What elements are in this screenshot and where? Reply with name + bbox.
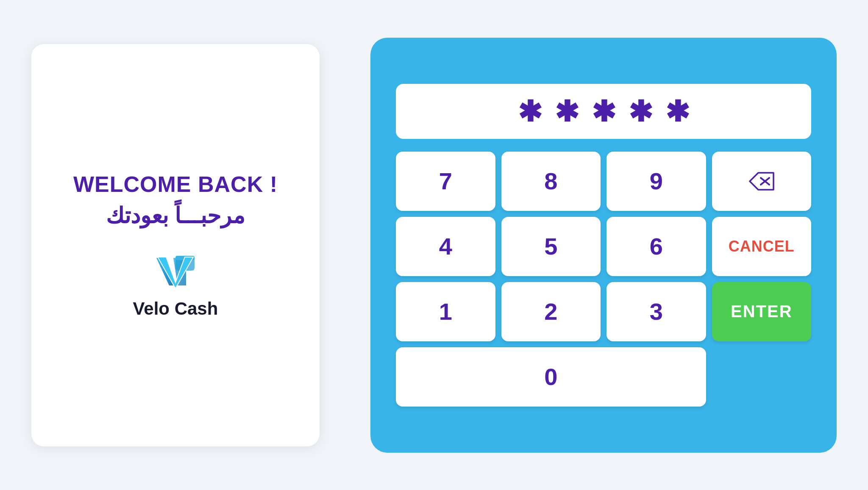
welcome-text-arabic: مرحبـــاً بعودتك [106,203,245,228]
cancel-button[interactable]: CANCEL [712,217,812,276]
pin-dot-2: ✱ [555,97,579,126]
welcome-text-english: WELCOME BACK ! [73,172,278,197]
velo-cash-logo-icon [154,254,197,292]
key-8[interactable]: 8 [501,152,601,211]
key-2[interactable]: 2 [501,282,601,341]
pin-dot-3: ✱ [592,97,616,126]
key-4[interactable]: 4 [396,217,495,276]
pin-dot-1: ✱ [518,97,542,126]
key-5[interactable]: 5 [501,217,601,276]
pin-dot-4: ✱ [629,97,653,126]
key-0[interactable]: 0 [396,347,706,407]
backspace-button[interactable] [712,152,812,211]
pin-dot-5: ✱ [665,97,690,126]
key-1[interactable]: 1 [396,282,495,341]
key-3[interactable]: 3 [606,282,706,341]
logo-container: Velo Cash [133,254,218,319]
key-7[interactable]: 7 [396,152,495,211]
right-panel: ✱ ✱ ✱ ✱ ✱ 7 8 9 4 5 6 CANCEL [370,38,837,453]
logo-text: Velo Cash [133,299,218,319]
enter-button[interactable]: ENTER [712,282,812,341]
key-9[interactable]: 9 [606,152,706,211]
main-container: WELCOME BACK ! مرحبـــاً بعودتك [31,23,837,468]
left-panel: WELCOME BACK ! مرحبـــاً بعودتك [31,44,320,446]
key-6[interactable]: 6 [606,217,706,276]
pin-display: ✱ ✱ ✱ ✱ ✱ [396,84,811,139]
keypad: 7 8 9 4 5 6 CANCEL 1 2 3 ENTER 0 [396,152,811,407]
backspace-icon [749,172,774,191]
